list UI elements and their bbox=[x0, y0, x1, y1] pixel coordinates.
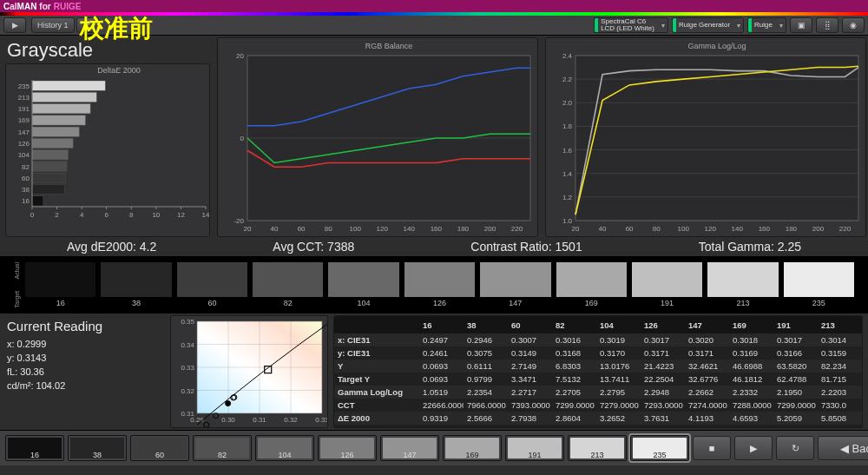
add-history-button[interactable]: + bbox=[76, 17, 99, 33]
reading-icon[interactable]: ◉ bbox=[842, 17, 865, 33]
reading-cd: cd/m²: 104.02 bbox=[7, 380, 163, 391]
swatch: 60 bbox=[177, 262, 247, 307]
svg-text:20: 20 bbox=[244, 225, 252, 233]
svg-rect-17 bbox=[32, 173, 66, 182]
footer-thumbs: 16386082104126147169191213235 bbox=[5, 435, 689, 461]
settings-icon[interactable]: ⣿ bbox=[816, 17, 838, 33]
svg-rect-7 bbox=[32, 115, 85, 125]
svg-point-116 bbox=[226, 401, 231, 406]
svg-rect-15 bbox=[32, 162, 67, 171]
svg-text:200: 200 bbox=[812, 225, 825, 233]
swatch: 213 bbox=[707, 262, 778, 307]
svg-text:2: 2 bbox=[55, 211, 59, 219]
svg-text:0.31: 0.31 bbox=[181, 410, 194, 418]
footer-thumb[interactable]: 147 bbox=[380, 435, 439, 461]
svg-text:1.2: 1.2 bbox=[562, 194, 573, 201]
back-icon[interactable]: ▶ bbox=[3, 17, 26, 33]
reading-fl: fL: 30.36 bbox=[7, 366, 163, 377]
svg-text:2.4: 2.4 bbox=[562, 52, 573, 60]
meter-source[interactable]: SpectraCal C6LCD (LED White)▾ bbox=[594, 17, 668, 33]
svg-text:0: 0 bbox=[240, 135, 245, 142]
svg-text:14: 14 bbox=[202, 211, 210, 219]
footer: 16386082104126147169191213235 ■ ▶ ↻ ◀Bac… bbox=[0, 430, 868, 465]
footer-thumb[interactable]: 191 bbox=[505, 435, 564, 461]
footer-thumb[interactable]: 235 bbox=[630, 435, 689, 461]
svg-rect-13 bbox=[32, 150, 68, 160]
svg-text:104: 104 bbox=[18, 151, 30, 159]
stop-button[interactable]: ■ bbox=[693, 436, 731, 460]
footer-thumb[interactable]: 104 bbox=[255, 435, 314, 461]
svg-text:0.33: 0.33 bbox=[315, 416, 327, 424]
footer-thumb[interactable]: 16 bbox=[5, 435, 64, 461]
svg-text:140: 140 bbox=[732, 225, 744, 233]
svg-text:147: 147 bbox=[18, 129, 30, 136]
repeat-button[interactable]: ↻ bbox=[776, 436, 814, 460]
play-button[interactable]: ▶ bbox=[734, 436, 773, 460]
svg-rect-21 bbox=[32, 196, 43, 206]
swatch: 169 bbox=[556, 262, 627, 307]
svg-text:1.4: 1.4 bbox=[562, 170, 573, 178]
deltae-chart: DeltaE 200023521319116914712610482603816… bbox=[5, 63, 210, 237]
cie-chart: 0.290.300.310.320.330.310.320.330.340.35 bbox=[170, 315, 328, 428]
svg-text:100: 100 bbox=[678, 225, 690, 233]
svg-text:80: 80 bbox=[653, 225, 661, 233]
svg-text:0.33: 0.33 bbox=[181, 364, 194, 372]
source-indicators: SpectraCal C6LCD (LED White)▾ Ruige Gene… bbox=[594, 16, 865, 35]
svg-text:140: 140 bbox=[404, 225, 416, 233]
display-source[interactable]: Ruige▾ bbox=[747, 17, 786, 33]
actual-label: Actual bbox=[14, 262, 20, 279]
reading-x: x: 0.2999 bbox=[7, 339, 163, 349]
svg-text:0: 0 bbox=[30, 211, 35, 219]
svg-text:160: 160 bbox=[759, 225, 771, 233]
svg-text:Gamma Log/Log: Gamma Log/Log bbox=[687, 42, 746, 50]
svg-text:0.32: 0.32 bbox=[181, 387, 194, 395]
svg-text:235: 235 bbox=[18, 82, 30, 90]
history-dropdown[interactable]: History 1 bbox=[31, 17, 75, 33]
gamma-chart: Gamma Log/Log1.01.21.41.61.82.02.22.4204… bbox=[545, 37, 866, 237]
footer-thumb[interactable]: 213 bbox=[568, 435, 627, 461]
target-label: Target bbox=[14, 291, 20, 307]
svg-text:1.0: 1.0 bbox=[562, 217, 573, 225]
svg-text:60: 60 bbox=[298, 225, 306, 233]
rgb-balance-chart: RGB Balance-2002020406080100120140160180… bbox=[217, 37, 538, 237]
page-title: Grayscale bbox=[5, 37, 210, 62]
svg-text:1.8: 1.8 bbox=[562, 122, 573, 130]
svg-text:191: 191 bbox=[18, 105, 30, 113]
swatch: 191 bbox=[632, 262, 702, 307]
generator-source[interactable]: Ruige Generator▾ bbox=[672, 17, 744, 33]
swatch: 126 bbox=[404, 262, 475, 307]
svg-text:20: 20 bbox=[572, 225, 580, 233]
svg-text:120: 120 bbox=[705, 225, 717, 233]
svg-point-115 bbox=[204, 422, 209, 427]
footer-thumb[interactable]: 38 bbox=[68, 435, 127, 461]
swatch: 104 bbox=[328, 262, 398, 307]
svg-text:60: 60 bbox=[22, 175, 30, 182]
footer-thumb[interactable]: 82 bbox=[193, 435, 252, 461]
svg-text:40: 40 bbox=[271, 225, 279, 233]
footer-thumb[interactable]: 169 bbox=[443, 435, 502, 461]
svg-text:10: 10 bbox=[152, 211, 160, 219]
svg-rect-11 bbox=[32, 138, 73, 148]
svg-text:2.0: 2.0 bbox=[562, 99, 573, 107]
svg-text:200: 200 bbox=[484, 225, 496, 233]
ruige-logo: RUIGE bbox=[54, 2, 82, 11]
footer-thumb[interactable]: 126 bbox=[318, 435, 377, 461]
footer-thumb[interactable]: 60 bbox=[130, 435, 189, 461]
back-button[interactable]: ◀Back bbox=[818, 436, 868, 460]
svg-text:220: 220 bbox=[511, 225, 523, 233]
brand-bar: CalMAN for RUIGE bbox=[0, 0, 868, 12]
svg-text:0.32: 0.32 bbox=[284, 416, 298, 424]
svg-text:180: 180 bbox=[457, 225, 470, 233]
svg-text:100: 100 bbox=[350, 225, 362, 233]
svg-text:2.2: 2.2 bbox=[562, 76, 573, 83]
svg-rect-3 bbox=[32, 92, 96, 102]
total-gamma: Total Gamma: 2.25 bbox=[699, 240, 801, 254]
swatch: 38 bbox=[101, 262, 171, 307]
swatch: 147 bbox=[480, 262, 550, 307]
data-table: 16386082104126147169191213x: CIE310.2497… bbox=[333, 315, 863, 428]
exit-icon[interactable]: ▣ bbox=[790, 17, 812, 33]
svg-text:80: 80 bbox=[325, 225, 332, 233]
svg-text:DeltaE 2000: DeltaE 2000 bbox=[97, 66, 141, 75]
svg-text:0.35: 0.35 bbox=[181, 318, 194, 326]
svg-text:20: 20 bbox=[236, 52, 244, 60]
